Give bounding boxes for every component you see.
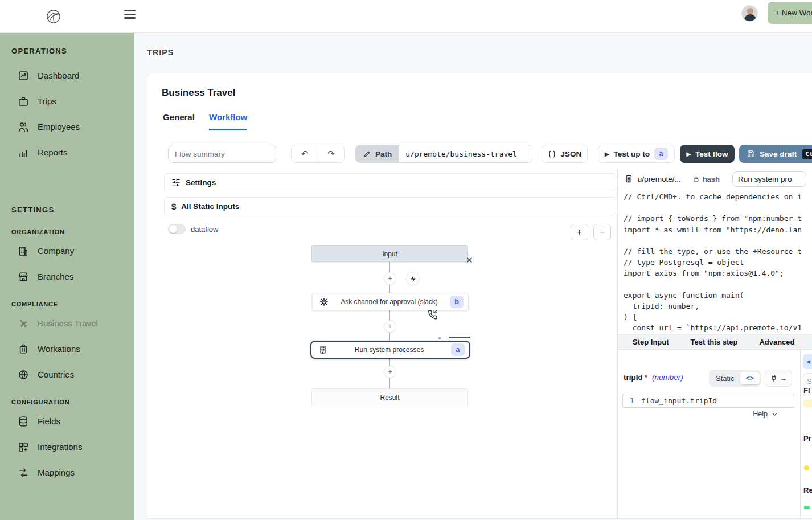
- step-editor-panel: u/premote/... hash // Ctrl/CMD+. to cach…: [617, 169, 812, 518]
- dashboard-icon: [18, 70, 29, 81]
- close-icon[interactable]: ✕: [466, 255, 473, 265]
- gear-icon: [319, 297, 329, 306]
- bar-chart-icon: [18, 147, 29, 158]
- step-config-panel: Step Input Test this step Advanced tripI…: [618, 334, 812, 518]
- picker-item-fragment: [804, 506, 810, 509]
- help-link: Help: [753, 410, 768, 418]
- store-icon: [18, 271, 29, 282]
- static-mode-option[interactable]: Static: [710, 372, 740, 385]
- flow-static-inputs-row[interactable]: $ All Static Inputs: [164, 197, 616, 215]
- dataflow-toggle[interactable]: [168, 224, 186, 234]
- tab-step-input[interactable]: Step Input: [633, 338, 669, 346]
- flow-input-section-label: Fl: [803, 386, 810, 395]
- path-label: Path: [375, 150, 392, 158]
- sidebar-item-integrations[interactable]: Integrations: [0, 434, 134, 460]
- tab-workflow[interactable]: Workflow: [209, 112, 247, 130]
- add-step-button[interactable]: +: [384, 273, 396, 284]
- zoom-out-button[interactable]: −: [593, 224, 611, 240]
- sidebar-item-business-travel[interactable]: Business Travel: [0, 310, 134, 336]
- tab-test-this-step[interactable]: Test this step: [691, 338, 738, 346]
- path-input[interactable]: [399, 145, 532, 163]
- undo-button[interactable]: ↶: [292, 145, 318, 162]
- sidebar-item-label: Countries: [38, 370, 74, 379]
- sidebar-item-label: Company: [38, 246, 74, 256]
- page-title: Business Travel: [162, 87, 235, 99]
- sidebar-item-label: Business Travel: [38, 318, 98, 328]
- test-flow-button[interactable]: ▶ Test flow: [680, 145, 735, 163]
- sidebar-item-branches[interactable]: Branches: [0, 264, 134, 289]
- building-icon: [18, 245, 29, 257]
- flow-node-input[interactable]: Input: [311, 245, 468, 262]
- undo-redo-group: ↶ ↷: [291, 145, 345, 163]
- hash-toggle[interactable]: hash: [692, 175, 720, 183]
- connect-input-button[interactable]: →: [765, 370, 792, 387]
- sidebar-item-company[interactable]: Company: [0, 238, 134, 264]
- save-draft-button[interactable]: Save draft Ctrl: [739, 145, 812, 163]
- new-workflow-button[interactable]: + New Wor: [768, 2, 812, 24]
- variable-picker-peek: ◀ S Fl Pr Re: [800, 350, 812, 518]
- briefcase-icon: [18, 96, 29, 107]
- expression-editor[interactable]: 1 flow_input.tripId: [622, 394, 794, 408]
- test-up-to-button[interactable]: ▶ Test up to a: [598, 145, 675, 163]
- sidebar-item-label: Trips: [38, 96, 56, 106]
- step-badge: a: [451, 343, 465, 356]
- flow-node-result[interactable]: Result: [311, 388, 468, 406]
- required-marker: *: [645, 373, 647, 382]
- flow-node-label: Result: [312, 394, 467, 402]
- save-draft-label: Save draft: [760, 150, 797, 158]
- module-icon: [625, 174, 633, 183]
- picker-item-fragment[interactable]: [803, 400, 812, 407]
- code-mode-option[interactable]: <>: [740, 372, 760, 384]
- lock-icon: [692, 175, 700, 183]
- flow-summary-input[interactable]: [168, 145, 276, 163]
- tab-general[interactable]: General: [163, 112, 195, 129]
- script-path[interactable]: u/premote/...: [638, 175, 681, 183]
- json-button[interactable]: JSON: [542, 145, 588, 163]
- sidebar-item-label: Branches: [38, 272, 73, 281]
- luggage-icon: [18, 343, 29, 355]
- sidebar-item-dashboard[interactable]: Dashboard: [0, 63, 134, 88]
- editor-header: u/premote/... hash: [618, 169, 812, 189]
- flow-node-label: Run system processes: [331, 346, 448, 354]
- add-step-button[interactable]: +: [384, 366, 396, 378]
- json-button-label: JSON: [561, 150, 582, 158]
- main-content: TRIPS Business Travel General Workflow ↶…: [134, 33, 812, 520]
- flow-node-approval[interactable]: Ask channel for approval (slack) b: [312, 293, 469, 310]
- dataflow-toggle-wrap: dataflow: [168, 224, 218, 234]
- user-avatar[interactable]: [741, 5, 758, 22]
- path-edit-button[interactable]: Path: [356, 145, 399, 163]
- step-summary-input[interactable]: [732, 171, 806, 187]
- sidebar-subsection-configuration: CONFIGURATION: [11, 399, 134, 406]
- plug-icon: [770, 374, 778, 382]
- path-group: Path: [355, 145, 532, 163]
- sidebar-item-label: Fields: [38, 416, 60, 426]
- play-icon: ▶: [686, 151, 691, 157]
- globe-icon: [18, 369, 29, 380]
- flow-canvas: Settings $ All Static Inputs dataflow + …: [163, 169, 617, 518]
- sidebar-item-trips[interactable]: Trips: [0, 88, 134, 114]
- sidebar-item-reports[interactable]: Reports: [0, 140, 134, 165]
- step-input-body: tripId* (number) Static <> → 1 flow_inpu…: [618, 350, 800, 518]
- help-dropdown[interactable]: Help: [753, 410, 778, 418]
- sidebar-item-workations[interactable]: Workations: [0, 336, 134, 362]
- hamburger-menu-icon[interactable]: [124, 10, 136, 19]
- add-step-button[interactable]: +: [384, 321, 396, 332]
- sidebar-item-fields[interactable]: Fields: [0, 408, 134, 434]
- tab-advanced[interactable]: Advanced: [759, 338, 794, 346]
- sidebar-item-label: Workations: [38, 344, 80, 354]
- test-up-to-label: Test up to: [614, 150, 650, 158]
- collapse-panel-button[interactable]: ◀: [803, 354, 812, 369]
- redo-button[interactable]: ↷: [318, 145, 344, 162]
- flow-settings-row[interactable]: Settings: [164, 173, 616, 191]
- dataflow-label: dataflow: [191, 225, 218, 234]
- trigger-bolt-button[interactable]: [407, 272, 419, 285]
- sidebar-item-mappings[interactable]: Mappings: [0, 460, 134, 485]
- flow-node-label: Ask channel for approval (slack): [332, 298, 446, 306]
- sidebar-item-employees[interactable]: Employees: [0, 114, 134, 140]
- previous-result-section-label: Pr: [803, 434, 811, 443]
- zoom-in-button[interactable]: +: [571, 224, 588, 240]
- lightning-icon: [409, 275, 417, 282]
- flow-node-run-selected[interactable]: Run system processes a: [310, 341, 470, 359]
- swap-arrows-icon: [18, 467, 29, 478]
- sidebar-item-countries[interactable]: Countries: [0, 362, 134, 387]
